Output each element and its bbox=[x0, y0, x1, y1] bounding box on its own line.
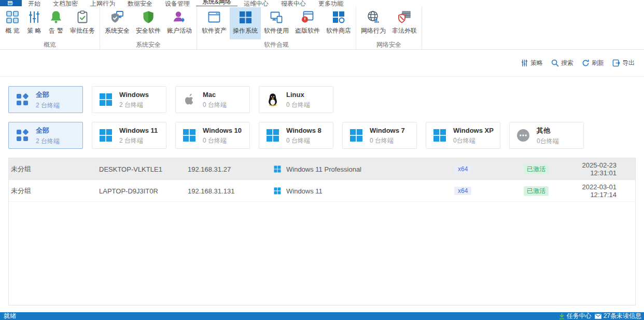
refresh-tool-button[interactable]: 刷新 bbox=[582, 59, 604, 67]
policy-tool-label: 策略 bbox=[530, 59, 543, 67]
ellipsis-circle-icon bbox=[516, 128, 530, 143]
illegal-outreach-icon bbox=[397, 10, 412, 24]
status-bar: 就绪 任务中心 27条未读信息 bbox=[0, 312, 644, 320]
filter-count: 0台终端 bbox=[453, 136, 494, 145]
ribbon-item-illegal-outreach[interactable]: 非法外联 bbox=[389, 7, 420, 39]
tab-ops-center[interactable]: 运维中心 bbox=[237, 0, 275, 6]
cell-hostname: LAPTOP-D9J3IT0R bbox=[99, 187, 188, 195]
main-content: 全部2 台终端 Windows2 台终端 Mac0 台终端 Linux0 台终端 bbox=[0, 77, 644, 305]
software-asset-icon bbox=[207, 10, 221, 24]
filter-card-windows-xp[interactable]: Windows XP0台终端 bbox=[426, 122, 500, 149]
app-menu-button[interactable] bbox=[0, 0, 22, 6]
filter-card-windows-7[interactable]: Windows 70 台终端 bbox=[342, 122, 417, 149]
windows-logo-icon bbox=[99, 92, 113, 107]
filter-title: Mac bbox=[203, 91, 216, 99]
ribbon-item-label: 盗版软件 bbox=[295, 26, 320, 35]
filter-count: 2 台终端 bbox=[119, 136, 158, 145]
tab-data-security[interactable]: 数据安全 bbox=[121, 0, 159, 6]
filter-title: 全部 bbox=[36, 91, 49, 99]
ribbon-group-overview: 概 览 策 略 告 警 bbox=[0, 6, 100, 49]
ribbon-item-overview[interactable]: 概 览 bbox=[2, 7, 23, 39]
os-icon bbox=[238, 10, 253, 24]
ribbon-item-account-activity[interactable]: 账户活动 bbox=[164, 7, 195, 39]
filter-title: Windows 7 bbox=[370, 127, 405, 134]
ribbon-item-alert[interactable]: 告 警 bbox=[45, 7, 67, 39]
search-tool-button[interactable]: 搜索 bbox=[551, 59, 573, 67]
cell-arch: x64 bbox=[454, 187, 524, 195]
filter-title: Linux bbox=[286, 91, 304, 99]
software-usage-icon bbox=[269, 10, 284, 24]
page-toolbar: 策略 搜索 刷新 导出 bbox=[0, 50, 644, 77]
table-row[interactable]: 未分组 DESKTOP-VLKTLE1 192.168.31.27 Window… bbox=[9, 158, 635, 180]
filter-card-windows-10[interactable]: Windows 100 台终端 bbox=[175, 122, 250, 149]
linux-tux-icon bbox=[265, 92, 280, 107]
filter-card-windows-8[interactable]: Windows 80 台终端 bbox=[259, 122, 333, 149]
tab-web-behavior[interactable]: 上网行为 bbox=[84, 0, 121, 6]
policy-tool-button[interactable]: 策略 bbox=[521, 59, 543, 67]
filter-title: Windows XP bbox=[453, 127, 494, 134]
version-filter-row: 全部2 台终端 Windows 112 台终端 Windows 100 台终端 … bbox=[8, 122, 636, 149]
account-activity-icon bbox=[172, 10, 187, 24]
task-center-button[interactable]: 任务中心 bbox=[559, 312, 592, 320]
filter-count: 0 台终端 bbox=[203, 136, 242, 145]
ribbon-item-label: 审批任务 bbox=[70, 26, 95, 35]
ribbon-item-label: 告 警 bbox=[49, 26, 63, 35]
ribbon-item-security-software[interactable]: 安全软件 bbox=[133, 7, 164, 39]
tab-device-management[interactable]: 设备管理 bbox=[159, 0, 196, 6]
windows-logo-icon bbox=[274, 187, 281, 194]
apple-logo-icon bbox=[182, 92, 197, 107]
ribbon-item-policy[interactable]: 策 略 bbox=[23, 7, 45, 39]
ribbon-item-software-asset[interactable]: 软件资产 bbox=[199, 7, 230, 39]
filter-card-all-versions[interactable]: 全部2 台终端 bbox=[8, 122, 83, 149]
windows-logo-icon bbox=[349, 128, 363, 143]
ribbon-item-label: 非法外联 bbox=[392, 26, 417, 35]
ribbon-item-label: 软件使用 bbox=[264, 26, 289, 35]
filter-title: Windows 8 bbox=[286, 127, 321, 134]
ribbon-item-os[interactable]: 操作系统 bbox=[230, 7, 261, 39]
tab-home[interactable]: 开始 bbox=[22, 0, 47, 6]
ribbon-item-system-security[interactable]: 系统安全 bbox=[102, 7, 133, 39]
ribbon-item-label: 概 览 bbox=[5, 26, 19, 35]
tab-report-center[interactable]: 报表中心 bbox=[275, 0, 312, 6]
ribbon-item-software-usage[interactable]: 软件使用 bbox=[261, 7, 292, 39]
filter-count: 2 台终端 bbox=[36, 137, 60, 146]
windows-logo-icon bbox=[274, 165, 281, 173]
filter-card-all-os[interactable]: 全部2 台终端 bbox=[8, 86, 83, 113]
cell-ip: 192.168.31.131 bbox=[188, 187, 274, 195]
tab-more-features[interactable]: 更多功能 bbox=[312, 0, 349, 6]
cell-ip: 192.168.31.27 bbox=[188, 165, 274, 173]
filter-title: 其他 bbox=[537, 127, 550, 134]
filter-count: 0 台终端 bbox=[370, 136, 405, 145]
filter-count: 0 台终端 bbox=[203, 101, 227, 109]
filter-card-mac[interactable]: Mac0 台终端 bbox=[175, 86, 250, 113]
tab-doc-encryption[interactable]: 文档加密 bbox=[47, 0, 84, 6]
cell-activation: 已激活 bbox=[524, 186, 573, 196]
sliders-icon bbox=[521, 59, 528, 67]
ribbon-item-approval[interactable]: 审批任务 bbox=[67, 7, 98, 39]
cell-os: Windows 11 Professional bbox=[274, 165, 454, 173]
filter-card-other[interactable]: 其他0台终端 bbox=[509, 122, 584, 149]
ribbon-group-software-compliance: 软件资产 操作系统 软件使用 bbox=[197, 6, 356, 49]
filter-card-windows-11[interactable]: Windows 112 台终端 bbox=[92, 122, 166, 149]
ribbon-item-software-store[interactable]: 软件商店 bbox=[323, 7, 354, 39]
filter-card-windows[interactable]: Windows2 台终端 bbox=[92, 86, 166, 113]
app-window: 开始 文档加密 上网行为 数据安全 设备管理 系统&网络 运维中心 报表中心 更… bbox=[0, 0, 644, 320]
network-behavior-icon bbox=[366, 10, 381, 24]
overview-icon bbox=[5, 10, 20, 24]
ribbon-item-label: 软件资产 bbox=[202, 26, 227, 35]
search-tool-label: 搜索 bbox=[561, 59, 573, 67]
tab-system-network[interactable]: 系统&网络 bbox=[196, 0, 237, 6]
ribbon-item-network-behavior[interactable]: 网络行为 bbox=[358, 7, 389, 39]
ribbon-item-label: 系统安全 bbox=[105, 26, 130, 35]
terminal-table: 未分组 DESKTOP-VLKTLE1 192.168.31.27 Window… bbox=[8, 158, 636, 305]
export-tool-button[interactable]: 导出 bbox=[612, 59, 635, 67]
pirated-software-icon bbox=[300, 10, 315, 24]
filter-card-linux[interactable]: Linux0 台终端 bbox=[259, 86, 333, 113]
filter-count: 0 台终端 bbox=[286, 101, 310, 109]
windows-logo-icon bbox=[99, 128, 113, 143]
system-security-icon bbox=[110, 10, 124, 24]
cell-time: 2022-03-01 12:17:14 bbox=[573, 183, 635, 199]
ribbon-item-pirated-software[interactable]: 盗版软件 bbox=[292, 7, 323, 39]
table-row[interactable]: 未分组 LAPTOP-D9J3IT0R 192.168.31.131 Windo… bbox=[9, 180, 635, 202]
unread-messages-button[interactable]: 27条未读信息 bbox=[595, 312, 641, 320]
